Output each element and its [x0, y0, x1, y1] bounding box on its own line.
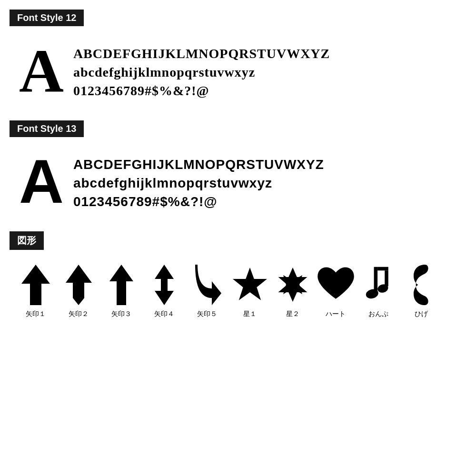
hoshi1-label: 星１ — [243, 310, 257, 318]
onpu-label: おんぷ — [368, 310, 388, 318]
font-style-13-line-2: abcdefghijklmnopqrstuvwxyz — [73, 174, 324, 192]
font-style-12-section: Font Style 12 A ABCDEFGHIJKLMNOPQRSTUVWX… — [10, 10, 466, 106]
font-style-12-big-letter: A — [19, 40, 64, 101]
shape-onpu: おんぷ — [357, 263, 400, 318]
shape-yajirushi4: 矢印４ — [143, 263, 186, 318]
shape-yajirushi3: 矢印３ — [100, 263, 143, 318]
shapes-header: 図形 — [10, 231, 44, 250]
font-style-13-section: Font Style 13 A ABCDEFGHIJKLMNOPQRSTUVWX… — [10, 120, 466, 217]
shapes-section: 図形 矢印１ 矢印２ — [10, 231, 466, 323]
font-style-12-line-1: ABCDEFGHIJKLMNOPQRSTUVWXYZ — [73, 44, 330, 63]
svg-marker-2 — [109, 265, 133, 305]
shape-yajirushi5: 矢印５ — [186, 263, 228, 318]
yajirushi1-icon — [21, 263, 50, 306]
font-style-13-big-letter: A — [19, 150, 64, 212]
onpu-icon — [364, 263, 393, 306]
heart-icon — [316, 263, 356, 306]
shape-hige: ひげ — [400, 263, 443, 318]
svg-rect-10 — [385, 270, 388, 286]
yajirushi3-label: 矢印３ — [111, 310, 131, 318]
svg-marker-3 — [155, 265, 174, 305]
font-style-13-header: Font Style 13 — [10, 120, 84, 137]
font-style-13-demo: A ABCDEFGHIJKLMNOPQRSTUVWXYZ abcdefghijk… — [10, 146, 466, 217]
svg-rect-7 — [374, 267, 378, 291]
yajirushi1-label: 矢印１ — [26, 310, 46, 318]
font-style-13-line-1: ABCDEFGHIJKLMNOPQRSTUVWXYZ — [73, 155, 324, 174]
yajirushi4-label: 矢印４ — [154, 310, 174, 318]
shape-hoshi1: 星１ — [228, 263, 271, 318]
shape-yajirushi1: 矢印１ — [14, 263, 57, 318]
svg-marker-1 — [66, 265, 92, 305]
font-style-12-chars: ABCDEFGHIJKLMNOPQRSTUVWXYZ abcdefghijklm… — [73, 40, 330, 100]
hige-label: ひげ — [415, 310, 428, 318]
shape-yajirushi2: 矢印２ — [57, 263, 100, 318]
yajirushi4-icon — [155, 263, 174, 306]
font-style-12-line-3: 0123456789#$%&?!@ — [73, 81, 330, 100]
font-style-12-header: Font Style 12 — [10, 10, 84, 26]
font-style-12-line-2: abcdefghijklmnopqrstuvwxyz — [73, 63, 330, 81]
hoshi2-label: 星２ — [286, 310, 299, 318]
yajirushi2-label: 矢印２ — [69, 310, 89, 318]
font-style-12-demo: A ABCDEFGHIJKLMNOPQRSTUVWXYZ abcdefghijk… — [10, 35, 466, 106]
heart-label: ハート — [326, 310, 346, 318]
yajirushi5-icon — [193, 263, 221, 306]
yajirushi5-label: 矢印５ — [197, 310, 217, 318]
svg-rect-8 — [377, 267, 388, 270]
hige-icon — [413, 263, 430, 306]
svg-marker-0 — [21, 265, 50, 305]
shapes-grid: 矢印１ 矢印２ 矢印３ — [10, 258, 466, 323]
hoshi1-icon — [231, 263, 269, 306]
font-style-13-chars: ABCDEFGHIJKLMNOPQRSTUVWXYZ abcdefghijklm… — [73, 150, 324, 211]
svg-marker-4 — [233, 268, 267, 300]
hoshi2-icon — [274, 263, 312, 306]
yajirushi2-icon — [66, 263, 92, 306]
yajirushi3-icon — [109, 263, 133, 306]
shape-hoshi2: 星２ — [271, 263, 314, 318]
font-style-13-line-3: 0123456789#$%&?!@ — [73, 192, 324, 211]
shape-heart: ハート — [314, 263, 357, 318]
